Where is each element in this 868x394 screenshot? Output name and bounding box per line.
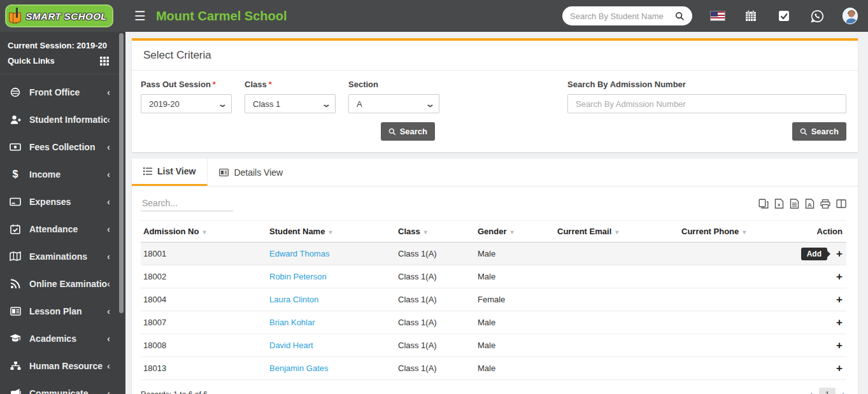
phone-cell (679, 243, 803, 265)
next-page-icon[interactable]: › (841, 389, 846, 394)
hamburger-menu-icon[interactable]: ☰ (134, 10, 146, 22)
sidebar-item-fees-collection[interactable]: Fees Collection (0, 133, 125, 160)
student-search-input[interactable] (570, 11, 675, 21)
sidebar-item-academics[interactable]: Academics (0, 325, 125, 352)
sidebar-item-student-information[interactable]: Student Information (0, 106, 125, 133)
export-pdf-icon[interactable]: A (805, 199, 815, 209)
student-name-link[interactable]: Laura Clinton (269, 295, 318, 304)
email-cell (555, 288, 679, 311)
table-search-input[interactable] (141, 195, 233, 211)
col-student-name[interactable]: Student Name (267, 221, 395, 243)
students-table: Admission No Student Name Class Gender C… (141, 220, 846, 380)
class-cell: Class 1(A) (395, 265, 475, 288)
sidebar-item-label: Communicate (29, 388, 107, 394)
email-cell (555, 357, 679, 380)
col-current-email[interactable]: Current Email (555, 221, 679, 243)
academics-icon (9, 334, 22, 343)
lesson-plan-icon (9, 307, 22, 316)
student-search-box[interactable] (562, 6, 692, 25)
quick-links-grid-icon[interactable] (100, 57, 109, 66)
table-row: 18004 Laura Clinton Class 1(A) Female + (141, 288, 846, 311)
add-student-button[interactable]: + (836, 339, 843, 351)
email-cell (555, 334, 679, 357)
todo-task-icon[interactable] (776, 8, 792, 24)
language-flag-icon[interactable] (710, 8, 725, 24)
tab-details-view[interactable]: Details View (208, 158, 294, 186)
export-toolbar: x A (758, 199, 846, 211)
main-content: Select Criteria Pass Out Session* 2019-2… (125, 32, 863, 394)
sidebar-item-front-office[interactable]: Front Office (0, 78, 125, 106)
front-office-icon (9, 87, 22, 97)
export-excel-icon[interactable]: x (774, 199, 784, 209)
logo-text: SMART SCHOOL (26, 11, 107, 22)
sidebar-item-communicate[interactable]: Communicate (0, 379, 125, 394)
examinations-icon (9, 251, 22, 261)
add-student-button[interactable]: + (836, 362, 843, 374)
col-gender[interactable]: Gender (475, 221, 555, 243)
pagination: ‹ 1 › (808, 388, 846, 394)
attendance-icon (9, 224, 22, 234)
chevron-down-icon: ⌄ (425, 99, 435, 109)
income-icon: $ (9, 169, 22, 179)
sidebar-item-label: Human Resource (29, 361, 107, 371)
add-student-button[interactable]: + (836, 316, 843, 328)
student-name-link[interactable]: Robin Peterson (269, 272, 327, 281)
calendar-icon[interactable] (743, 8, 758, 24)
tab-list-view[interactable]: List View (132, 158, 208, 186)
sidebar-item-attendance[interactable]: Attendance (0, 215, 125, 243)
export-csv-icon[interactable] (790, 199, 799, 209)
sidebar-item-examinations[interactable]: Examinations (0, 243, 125, 270)
gender-cell: Female (475, 288, 555, 311)
sidebar-item-online-examinations[interactable]: Online Examinations (0, 270, 125, 297)
add-tooltip: Add (801, 248, 827, 260)
page-number-button[interactable]: 1 (819, 388, 835, 394)
sidebar-item-income[interactable]: $ Income (0, 160, 125, 188)
gender-cell: Male (475, 311, 555, 334)
student-name-link[interactable]: Brian Kohlar (269, 318, 315, 327)
prev-page-icon[interactable]: ‹ (808, 389, 814, 394)
add-student-button[interactable]: + (836, 248, 843, 260)
page-title: Select Criteria (132, 41, 858, 71)
col-class[interactable]: Class (395, 221, 475, 243)
student-name-link[interactable]: Edward Thomas (269, 249, 329, 258)
copy-icon[interactable] (758, 199, 769, 209)
select-criteria-card: Select Criteria Pass Out Session* 2019-2… (132, 38, 858, 152)
sidebar-item-human-resource[interactable]: Human Resource (0, 352, 125, 379)
class-label: Class (245, 80, 267, 89)
admission-no-cell: 18007 (141, 311, 267, 334)
tab-label: Details View (234, 167, 283, 178)
add-student-button[interactable]: + (836, 271, 843, 283)
admission-search-button[interactable]: Search (792, 122, 846, 141)
communicate-icon (9, 388, 22, 394)
add-student-button[interactable]: + (836, 293, 843, 306)
svg-text:$: $ (13, 169, 18, 179)
sidebar-scrollbar[interactable] (119, 33, 124, 313)
col-current-phone[interactable]: Current Phone (679, 221, 803, 243)
email-cell (555, 265, 679, 288)
sidebar-item-expenses[interactable]: Expenses (0, 188, 125, 215)
whatsapp-chat-icon[interactable] (809, 8, 825, 24)
sidebar-item-lesson-plan[interactable]: Lesson Plan (0, 297, 125, 325)
profile-avatar[interactable] (843, 8, 858, 24)
class-search-button[interactable]: Search (381, 122, 435, 141)
phone-cell (679, 357, 803, 380)
gender-cell: Male (475, 265, 555, 288)
sidebar-item-label: Front Office (29, 87, 107, 97)
gender-cell: Male (475, 334, 555, 357)
table-header-row: Admission No Student Name Class Gender C… (141, 221, 846, 243)
pass-out-session-select[interactable]: 2019-20 ⌄ (141, 94, 232, 113)
print-icon[interactable] (820, 199, 830, 209)
smart-school-logo[interactable]: SMART SCHOOL (5, 4, 113, 27)
col-admission-no[interactable]: Admission No (141, 221, 267, 243)
section-select[interactable]: A ⌄ (348, 94, 439, 113)
search-icon[interactable] (675, 11, 685, 21)
class-select[interactable]: Class 1 ⌄ (245, 94, 336, 113)
search-button-label: Search (400, 127, 427, 136)
student-name-link[interactable]: David Heart (269, 341, 313, 350)
current-session-label: Current Session: 2019-20 (8, 38, 115, 53)
sidebar-item-label: Examinations (29, 251, 107, 262)
column-visibility-icon[interactable] (836, 199, 846, 208)
expenses-icon (9, 197, 22, 206)
student-name-link[interactable]: Benjamin Gates (269, 363, 329, 373)
admission-number-input[interactable] (567, 94, 846, 113)
